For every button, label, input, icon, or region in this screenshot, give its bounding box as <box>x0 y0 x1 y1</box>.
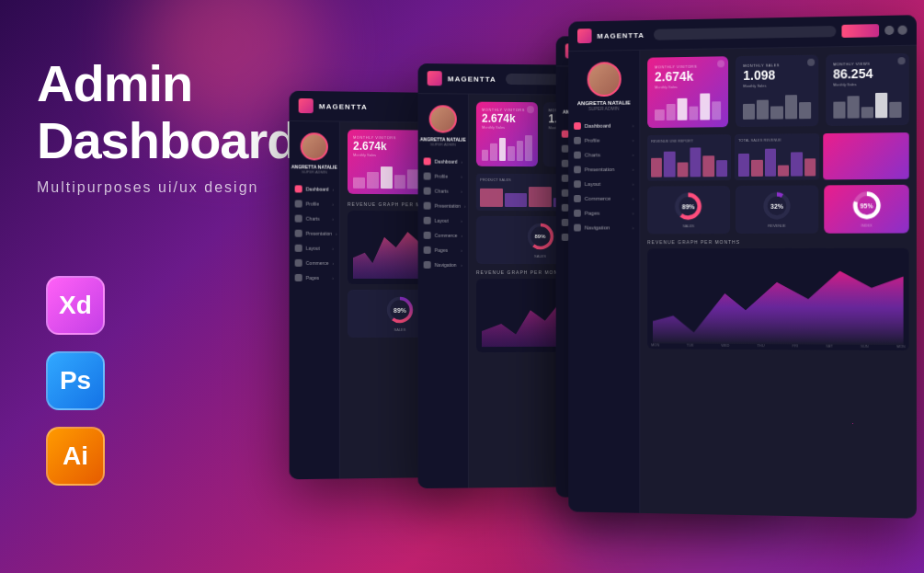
stat-sales-4: MONTHLY SALES 1.098 Monthly Sales <box>736 55 818 127</box>
donut-chart-4-index: 95% <box>851 190 882 220</box>
sidebar-nav-4: Dashboard › Profile › Charts › <box>568 118 639 235</box>
nav-profile-2[interactable]: Profile › <box>418 168 468 183</box>
presentation-icon <box>295 230 302 237</box>
nav-dashboard-4[interactable]: Dashboard › <box>568 118 639 133</box>
revenue-section-4: REVENUE GRAPH PER MONTHS <box>647 238 909 350</box>
nav-profile[interactable]: Profile › <box>290 196 339 211</box>
profile-icon-4 <box>574 137 581 144</box>
commerce-icon-4 <box>574 195 581 202</box>
detail-accent <box>823 132 908 179</box>
presentation-icon-2 <box>424 202 431 210</box>
nav-layout[interactable]: Layout › <box>290 241 339 256</box>
stat-visitors-2: MONTHLY VISITORS 2.674k Monthly Sales <box>476 102 538 167</box>
nav-dashboard[interactable]: Dashboard › <box>290 181 339 196</box>
nav-profile-4[interactable]: Profile › <box>568 132 639 148</box>
nav-pages[interactable]: Pages › <box>290 270 339 285</box>
detail-bar-4b: TOTAL SALES REVENUE <box>735 133 819 180</box>
profile-icon-2 <box>424 173 431 180</box>
layout-icon <box>295 245 302 252</box>
dashboard-icon-4 <box>574 122 581 130</box>
nav-charts-2[interactable]: Charts › <box>418 184 468 199</box>
nav-navigation-2[interactable]: Navigation › <box>418 258 468 272</box>
commerce-icon <box>295 259 302 267</box>
donut-section-4: 89% SALES 32% REVENUE <box>647 185 909 234</box>
revenue-graph-4: MON TUE WED THU FRI SAT SUN MON <box>647 248 909 350</box>
header-search-4[interactable] <box>654 26 837 40</box>
tool-icons-list: Xd Ps Ai <box>46 276 105 486</box>
avatar-small <box>301 132 328 160</box>
avatar-4 <box>587 62 621 97</box>
sidebar-nav-1: Dashboard › Profile › Charts › <box>290 181 339 285</box>
detail-row-4: REVENUE USE REPORT TOTAL SALES REVENUE <box>647 132 909 181</box>
brand-dot <box>299 98 314 113</box>
nav-presentation-2[interactable]: Presentation › <box>418 199 468 213</box>
mini-chart-2 <box>482 133 532 161</box>
pages-icon <box>295 274 302 281</box>
nav-pages-4[interactable]: Pages › <box>568 206 639 221</box>
mockups-container: MAGENTTA ANGRETTA NATALIE SUPER ADMIN Da… <box>262 0 924 573</box>
dashboard-icon <box>295 185 302 192</box>
trend-icon-4b <box>807 59 815 66</box>
nav-commerce-4[interactable]: Commerce › <box>568 191 639 206</box>
nav-commerce[interactable]: Commerce › <box>290 256 339 270</box>
mini-chart-4b <box>743 91 810 120</box>
stat-visitors-4: MONTHLY VISITORS 2.674k Monthly Sales <box>647 56 728 128</box>
nav-layout-2[interactable]: Layout › <box>418 213 468 228</box>
donut-chart-4-sales: 89% <box>674 191 703 221</box>
header-icon-1[interactable] <box>884 26 894 35</box>
donut-4-index: 95% INDEX <box>825 185 909 234</box>
ai-icon[interactable]: Ai <box>46 427 105 486</box>
stat-views-4: MONTHLY VIEWS 86.254 Monthly Sales <box>826 53 909 126</box>
nav-charts-4[interactable]: Charts › <box>568 147 639 163</box>
header-upgrade-btn[interactable] <box>841 24 879 38</box>
panel-large: MAGENTTA ANGRETTA NATALIE SUPER ADMIN Da… <box>568 15 917 519</box>
bar-chart-4b <box>738 143 816 177</box>
layout-icon-2 <box>424 217 431 224</box>
nav-dashboard-2[interactable]: Dashboard › <box>418 154 468 168</box>
trend-icon-4c <box>897 57 905 64</box>
dashboard-icon-2 <box>424 157 431 165</box>
presentation-icon-4 <box>574 166 581 173</box>
ps-icon[interactable]: Ps <box>46 351 105 410</box>
donut-4-revenue: 32% REVENUE <box>736 185 819 234</box>
xd-icon[interactable]: Xd <box>46 276 105 335</box>
nav-commerce-2[interactable]: Commerce › <box>418 228 468 243</box>
x-axis-labels: MON TUE WED THU FRI SAT SUN MON <box>651 342 906 349</box>
donut-chart-2: 89% <box>525 222 554 251</box>
header-action-icons <box>884 26 907 36</box>
donut-4-sales: 89% SALES <box>647 186 730 234</box>
charts-icon-4 <box>574 152 581 159</box>
nav-charts[interactable]: Charts › <box>290 212 339 226</box>
panel-1-sidebar: ANGRETTA NATALIE SUPER ADMIN Dashboard ›… <box>290 121 340 479</box>
avatar-medium <box>429 105 457 132</box>
nav-pages-2[interactable]: Pages › <box>418 243 468 258</box>
panel-4-main: MONTHLY VISITORS 2.674k Monthly Sales <box>640 46 917 519</box>
navigation-icon-4 <box>574 224 581 232</box>
nav-layout-4[interactable]: Layout › <box>568 177 639 191</box>
profile-icon <box>295 200 302 207</box>
nav-navigation-4[interactable]: Navigation › <box>568 220 639 235</box>
panel-4-sidebar: ANGRETTA NATALIE SUPER ADMIN Dashboard ›… <box>568 51 640 518</box>
donut-chart-4-revenue: 32% <box>762 190 792 220</box>
panel-2-sidebar: ANGRETTA NATALIE SUPER ADMIN Dashboard ›… <box>418 94 469 488</box>
donut-chart-sales: 89% <box>385 295 415 325</box>
detail-bar-4a: REVENUE USE REPORT <box>647 134 731 181</box>
layout-icon-4 <box>574 180 581 188</box>
trend-icon-2 <box>526 106 533 113</box>
sidebar-nav-2: Dashboard › Profile › Charts › <box>418 154 468 272</box>
header-icon-2[interactable] <box>897 26 907 35</box>
nav-presentation-4[interactable]: Presentation › <box>568 162 639 177</box>
navigation-icon-2 <box>424 261 431 269</box>
mini-chart-4a <box>655 92 721 120</box>
mini-chart-4c <box>833 89 902 118</box>
nav-presentation[interactable]: Presentation › <box>290 226 339 241</box>
pages-icon-4 <box>574 210 581 217</box>
pages-icon-2 <box>424 246 431 254</box>
charts-icon <box>295 215 302 223</box>
bar-chart-4a <box>651 144 727 178</box>
brand-dot-4 <box>577 29 592 43</box>
brand-dot-2 <box>428 71 442 86</box>
commerce-icon-2 <box>424 232 431 239</box>
svg-marker-17 <box>653 270 904 345</box>
trend-icon-4a <box>717 60 724 67</box>
